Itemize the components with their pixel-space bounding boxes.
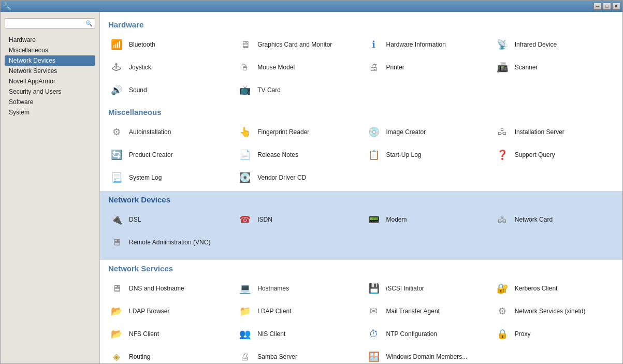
sidebar-item-hardware[interactable]: Hardware	[5, 35, 95, 45]
nfs-client-label: NFS Client	[129, 330, 159, 338]
item-mail-transfer-agent[interactable]: ✉Mail Transfer Agent	[361, 300, 490, 323]
remote-admin-vnc-label: Remote Administration (VNC)	[129, 239, 210, 246]
iscsi-initiator-label: iSCSI Initiator	[386, 285, 424, 292]
item-support-query[interactable]: ❓Support Query	[490, 143, 618, 166]
item-tv-card[interactable]: 📺TV Card	[233, 79, 361, 101]
tv-card-label: TV Card	[257, 86, 281, 94]
isdn-label: ISDN	[257, 216, 272, 223]
item-network-card[interactable]: 🖧Network Card	[490, 208, 618, 231]
ntp-configuration-icon: ⏱	[366, 326, 382, 342]
item-infrared-device[interactable]: 📡Infrared Device	[490, 33, 618, 56]
titlebar-controls: ─ □ ✕	[593, 3, 620, 10]
network-card-label: Network Card	[515, 216, 553, 223]
sidebar-item-system[interactable]: System	[5, 107, 95, 118]
item-proxy[interactable]: 🔒Proxy	[490, 323, 618, 345]
item-routing[interactable]: ◈Routing	[104, 345, 233, 363]
close-button[interactable]: ✕	[612, 3, 620, 10]
dns-hostname-label: DNS and Hostname	[129, 285, 184, 292]
section-grid-network-devices: 🔌DSL☎ISDN📟Modem🖧Network Card🖥Remote Admi…	[100, 206, 622, 256]
item-remote-admin-vnc[interactable]: 🖥Remote Administration (VNC)	[104, 231, 233, 254]
sidebar-item-software[interactable]: Software	[5, 97, 95, 107]
network-services-xinetd-label: Network Services (xinetd)	[515, 308, 586, 315]
item-samba-server[interactable]: 🖨Samba Server	[233, 345, 361, 363]
item-graphics-card[interactable]: 🖥Graphics Card and Monitor	[233, 33, 361, 56]
item-dns-hostname[interactable]: 🖥DNS and Hostname	[104, 277, 233, 300]
item-windows-domain[interactable]: 🪟Windows Domain Members...	[361, 345, 490, 363]
sound-label: Sound	[129, 86, 147, 94]
filter-input[interactable]	[7, 20, 85, 27]
support-query-icon: ❓	[494, 147, 511, 163]
item-scanner[interactable]: 📠Scanner	[490, 56, 618, 79]
sidebar-item-novell-apparmor[interactable]: Novell AppArmor	[5, 76, 95, 86]
samba-server-label: Samba Server	[257, 353, 297, 360]
item-vendor-driver-cd[interactable]: 💽Vendor Driver CD	[233, 166, 361, 189]
ldap-browser-icon: 📂	[108, 303, 125, 319]
item-modem[interactable]: 📟Modem	[361, 208, 490, 231]
item-nis-client[interactable]: 👥NIS Client	[233, 323, 361, 345]
item-bluetooth[interactable]: 📶Bluetooth	[104, 33, 233, 56]
kerberos-client-label: Kerberos Client	[515, 285, 558, 292]
dsl-label: DSL	[129, 216, 141, 223]
network-services-xinetd-icon: ⚙	[494, 303, 511, 319]
section-grid-network-services: 🖥DNS and Hostname💻Hostnames💾iSCSI Initia…	[100, 275, 622, 363]
section-header-network-services: Network Services	[100, 260, 622, 275]
item-mouse-model[interactable]: 🖱Mouse Model	[233, 56, 361, 79]
start-up-log-icon: 📋	[366, 147, 382, 163]
modem-label: Modem	[386, 216, 407, 223]
maximize-button[interactable]: □	[603, 3, 611, 10]
sidebar-item-network-devices[interactable]: Network Devices	[5, 55, 95, 66]
main-content: Hardware📶Bluetooth🖥Graphics Card and Mon…	[100, 12, 622, 363]
item-autoinstallation[interactable]: ⚙Autoinstallation	[104, 121, 233, 143]
section-network-devices: Network Devices🔌DSL☎ISDN📟Modem🖧Network C…	[100, 191, 622, 260]
section-network-services: Network Services🖥DNS and Hostname💻Hostna…	[100, 260, 622, 363]
item-ldap-client[interactable]: 📁LDAP Client	[233, 300, 361, 323]
windows-domain-icon: 🪟	[366, 348, 382, 363]
app-icon: 🔧	[3, 2, 11, 10]
windows-domain-label: Windows Domain Members...	[386, 353, 468, 360]
hardware-info-label: Hardware Information	[386, 41, 446, 48]
item-release-notes[interactable]: 📄Release Notes	[233, 143, 361, 166]
hostnames-label: Hostnames	[257, 285, 289, 292]
graphics-card-label: Graphics Card and Monitor	[257, 41, 332, 48]
image-creator-label: Image Creator	[386, 128, 426, 136]
filter-input-wrap: 🔍	[5, 18, 95, 28]
ldap-browser-label: LDAP Browser	[129, 308, 169, 315]
sidebar-item-network-services[interactable]: Network Services	[5, 66, 95, 76]
item-start-up-log[interactable]: 📋Start-Up Log	[361, 143, 490, 166]
installation-server-label: Installation Server	[515, 128, 564, 136]
item-nfs-client[interactable]: 📂NFS Client	[104, 323, 233, 345]
item-printer[interactable]: 🖨Printer	[361, 56, 490, 79]
item-installation-server[interactable]: 🖧Installation Server	[490, 121, 618, 143]
item-isdn[interactable]: ☎ISDN	[233, 208, 361, 231]
item-fingerprint-reader[interactable]: 👆Fingerprint Reader	[233, 121, 361, 143]
mouse-model-label: Mouse Model	[257, 64, 295, 71]
item-ntp-configuration[interactable]: ⏱NTP Configuration	[361, 323, 490, 345]
item-product-creator[interactable]: 🔄Product Creator	[104, 143, 233, 166]
titlebar-left: 🔧	[3, 2, 13, 10]
network-card-icon: 🖧	[494, 211, 511, 228]
nis-client-label: NIS Client	[257, 330, 285, 338]
routing-icon: ◈	[108, 348, 125, 363]
item-system-log[interactable]: 📃System Log	[104, 166, 233, 189]
item-joystick[interactable]: 🕹Joystick	[104, 56, 233, 79]
remote-admin-vnc-icon: 🖥	[108, 234, 125, 251]
item-iscsi-initiator[interactable]: 💾iSCSI Initiator	[361, 277, 490, 300]
sidebar-item-miscellaneous[interactable]: Miscellaneous	[5, 45, 95, 55]
item-kerberos-client[interactable]: 🔐Kerberos Client	[490, 277, 618, 300]
sidebar: 🔍 HardwareMiscellaneousNetwork DevicesNe…	[1, 12, 100, 363]
item-image-creator[interactable]: 💿Image Creator	[361, 121, 490, 143]
item-hardware-info[interactable]: ℹHardware Information	[361, 33, 490, 56]
item-ldap-browser[interactable]: 📂LDAP Browser	[104, 300, 233, 323]
section-header-network-devices: Network Devices	[100, 191, 622, 206]
minimize-button[interactable]: ─	[593, 3, 602, 10]
hostnames-icon: 💻	[237, 280, 253, 297]
sidebar-item-security-users[interactable]: Security and Users	[5, 86, 95, 97]
item-network-services-xinetd[interactable]: ⚙Network Services (xinetd)	[490, 300, 618, 323]
proxy-label: Proxy	[515, 330, 531, 338]
item-sound[interactable]: 🔊Sound	[104, 79, 233, 101]
item-hostnames[interactable]: 💻Hostnames	[233, 277, 361, 300]
vendor-driver-cd-label: Vendor Driver CD	[257, 174, 306, 181]
ldap-client-label: LDAP Client	[257, 308, 291, 315]
installation-server-icon: 🖧	[494, 124, 511, 140]
item-dsl[interactable]: 🔌DSL	[104, 208, 233, 231]
